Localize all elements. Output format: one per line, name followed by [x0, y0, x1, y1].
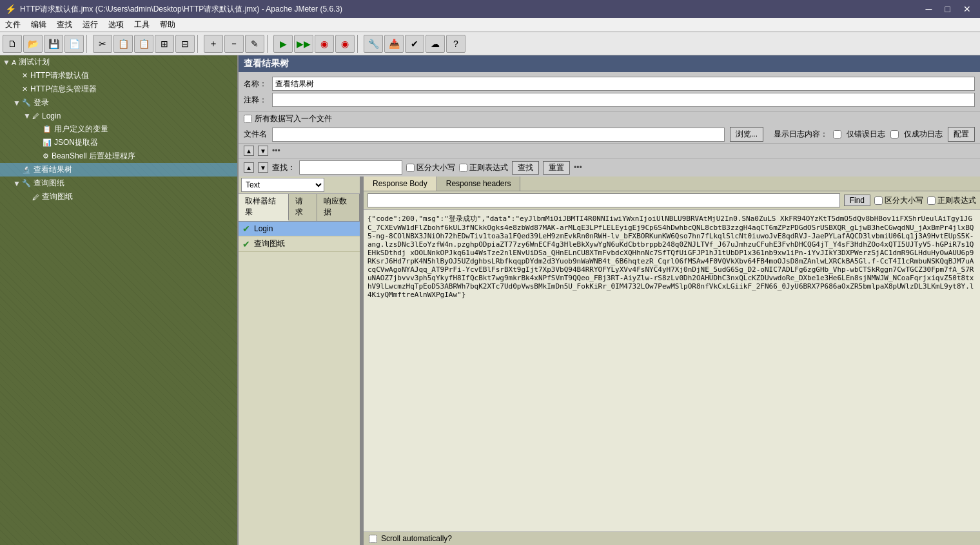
name-input[interactable]	[272, 77, 975, 91]
file-section: 所有数据写入一个文件	[239, 111, 980, 126]
file-section-label: 所有数据写入一个文件	[255, 113, 332, 124]
remote-button[interactable]: 📥	[384, 35, 404, 53]
minimize-button[interactable]: ─	[922, 4, 936, 14]
success-log-checkbox[interactable]	[890, 130, 899, 139]
err-log-checkbox[interactable]	[833, 130, 841, 139]
regex-checkbox[interactable]	[459, 164, 467, 172]
expand-icon[interactable]: ▼	[3, 58, 10, 67]
settings-button[interactable]: 🔧	[364, 35, 383, 53]
tab-sampler-results[interactable]: 取样器结果	[239, 194, 289, 221]
case-sensitive-checkbox[interactable]	[406, 164, 415, 172]
browse-button[interactable]: 浏览...	[730, 127, 763, 142]
menu-item-工具[interactable]: 工具	[129, 18, 155, 32]
result-items: ✔Login✔查询图纸	[239, 222, 360, 545]
cut-button[interactable]: ✂	[93, 35, 112, 53]
scroll-auto-checkbox[interactable]	[369, 535, 377, 543]
scroll-auto-bar: Scroll automatically?	[364, 531, 980, 545]
response-find-button[interactable]: Find	[844, 195, 870, 206]
format-select[interactable]: TextHTMLJSONXMLRegexp TesterCSS/JQuery T…	[241, 178, 324, 192]
tree-item-label: 查看结果树	[34, 164, 72, 175]
menu-item-帮助[interactable]: 帮助	[155, 18, 181, 32]
new-button[interactable]: 🗋	[3, 35, 22, 53]
tab-response[interactable]: 响应数据	[317, 194, 360, 221]
resp-regex: 正则表达式	[927, 195, 976, 206]
file-name-input[interactable]	[272, 128, 725, 142]
reset-button[interactable]: 重置	[543, 161, 570, 175]
expand-icon[interactable]: ▼	[13, 179, 21, 188]
tree-item-label: 查询图纸	[34, 178, 64, 189]
form-area: 名称： 注释：	[239, 72, 980, 111]
tree-item[interactable]: ⚙BeanShell 后置处理程序	[0, 149, 237, 163]
maximize-button[interactable]: □	[941, 4, 954, 14]
tree-item-icon: 🔬	[22, 166, 31, 174]
help-button[interactable]: ?	[446, 35, 466, 53]
tree-item[interactable]: ✕HTTP请求默认值	[0, 69, 237, 82]
tree-item-icon: 📊	[43, 139, 52, 147]
tree-item[interactable]: 🖉查询图纸	[0, 190, 237, 204]
more-icon-top: •••	[272, 146, 280, 155]
tree-item[interactable]: ▼🔧登录	[0, 96, 237, 110]
config-button[interactable]: 配置	[948, 127, 975, 142]
tree-item-label: HTTP信息头管理器	[30, 84, 97, 95]
detail-panel: Response Body Response headers Find 区分大小…	[364, 177, 980, 545]
collapse-all-button[interactable]: ⊟	[175, 35, 195, 53]
result-item[interactable]: ✔Login	[239, 222, 360, 236]
tree-item[interactable]: 📊JSON提取器	[0, 136, 237, 149]
expand-all-button[interactable]: ⊞	[155, 35, 174, 53]
menu-item-文件[interactable]: 文件	[0, 18, 26, 32]
result-tabs: 取样器结果 请求 响应数据	[239, 194, 360, 222]
comment-row: 注释：	[244, 93, 975, 107]
file-checkbox[interactable]	[244, 115, 252, 123]
tree-item-label: 用户定义的变量	[54, 124, 108, 135]
edit-button[interactable]: ✎	[245, 35, 264, 53]
copy-button[interactable]: 📋	[113, 35, 133, 53]
response-search-input[interactable]	[368, 193, 840, 207]
tab-response-headers[interactable]: Response headers	[437, 177, 521, 191]
result-item[interactable]: ✔查询图纸	[239, 236, 360, 252]
add-button[interactable]: ＋	[204, 35, 223, 53]
open-button[interactable]: 📂	[23, 35, 43, 53]
save-button[interactable]: 💾	[44, 35, 63, 53]
tree-item[interactable]: ▼🔧查询图纸	[0, 177, 237, 190]
run-thread-button[interactable]: ▶▶	[294, 35, 313, 53]
resp-case-label: 区分大小写	[885, 195, 923, 206]
check-button[interactable]: ✔	[405, 35, 424, 53]
search-button[interactable]: 查找	[512, 161, 539, 175]
name-label: 名称：	[244, 79, 267, 90]
run-button[interactable]: ▶	[273, 35, 293, 53]
sep3	[267, 35, 271, 53]
save-copy-button[interactable]: 📄	[64, 35, 84, 53]
menu-item-编辑[interactable]: 编辑	[26, 18, 52, 32]
tree-item[interactable]: ▼A测试计划	[0, 55, 237, 69]
scroll-up-btn[interactable]: ▲	[244, 146, 254, 156]
cloud-button[interactable]: ☁	[426, 35, 445, 53]
resp-regex-checkbox[interactable]	[927, 196, 936, 205]
menu-item-运行[interactable]: 运行	[77, 18, 103, 32]
comment-input[interactable]	[272, 93, 975, 107]
shutdown-button[interactable]: ◉	[335, 35, 355, 53]
expand-icon[interactable]: ▼	[23, 111, 31, 120]
tab-response-body[interactable]: Response Body	[364, 177, 437, 191]
tab-request[interactable]: 请求	[289, 194, 317, 221]
search-scroll-up[interactable]: ▲	[244, 162, 254, 173]
tree-item[interactable]: ✕HTTP信息头管理器	[0, 82, 237, 96]
resp-case-checkbox[interactable]	[874, 196, 883, 205]
tree-item-icon: ✕	[22, 72, 28, 80]
tree-item-icon: ⚙	[43, 152, 49, 160]
stop-button[interactable]: ◉	[315, 35, 334, 53]
menu-item-查找[interactable]: 查找	[52, 18, 77, 32]
detail-tabs: Response Body Response headers	[364, 177, 980, 191]
search-input[interactable]	[299, 160, 402, 175]
paste-button[interactable]: 📋	[134, 35, 153, 53]
tree-item[interactable]: ▼🖉Login	[0, 110, 237, 122]
scroll-down-btn[interactable]: ▼	[258, 146, 268, 156]
search-scroll-down[interactable]: ▼	[258, 162, 268, 173]
tree-item[interactable]: 🔬查看结果树	[0, 163, 237, 177]
remove-button[interactable]: －	[224, 35, 244, 53]
sep4	[357, 35, 361, 53]
expand-icon[interactable]: ▼	[13, 99, 21, 108]
panel-header: 查看结果树	[239, 55, 980, 72]
menu-item-选项[interactable]: 选项	[103, 18, 129, 32]
close-button[interactable]: ✕	[959, 4, 975, 14]
tree-item[interactable]: 📋用户定义的变量	[0, 122, 237, 136]
